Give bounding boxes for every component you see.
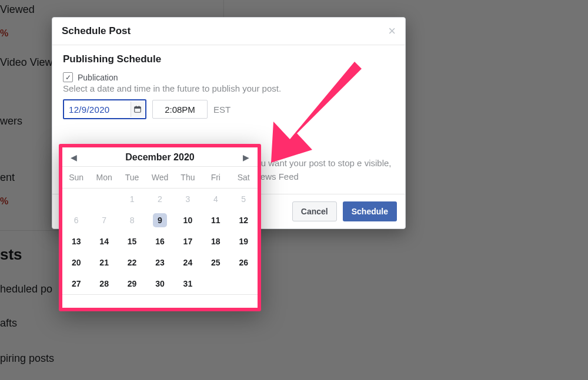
calendar-day[interactable]: 13 — [62, 231, 90, 252]
calendar-grid: SunMonTueWedThuFriSat 123456789101112131… — [62, 166, 258, 295]
calendar-day[interactable]: 17 — [174, 231, 202, 252]
timezone-label: EST — [213, 105, 230, 115]
calendar-header: ◀ December 2020 ▶ — [62, 147, 258, 166]
day-of-week-row: SunMonTueWedThuFriSat — [62, 167, 258, 189]
calendar-day[interactable]: 7 — [90, 210, 118, 231]
next-month-icon[interactable]: ▶ — [239, 153, 253, 162]
calendar-day — [202, 273, 229, 294]
calendar-day[interactable]: 4 — [202, 189, 229, 210]
schedule-button[interactable]: Schedule — [343, 201, 397, 221]
calendar-day[interactable]: 21 — [90, 252, 118, 273]
calendar-day[interactable]: 18 — [202, 231, 229, 252]
calendar-title: December 2020 — [125, 152, 194, 163]
calendar-day[interactable]: 3 — [174, 189, 202, 210]
calendar-day[interactable]: 12 — [230, 210, 258, 231]
calendar-day-selected[interactable]: 9 — [146, 210, 173, 231]
calendar-day[interactable]: 5 — [230, 189, 258, 210]
dow-cell: Mon — [90, 167, 118, 189]
calendar-day[interactable]: 26 — [230, 252, 258, 273]
calendar-day[interactable]: 2 — [146, 189, 173, 210]
close-icon[interactable]: × — [388, 25, 396, 38]
helper-text: Select a date and time in the future to … — [63, 83, 395, 93]
calendar-popover: ◀ December 2020 ▶ SunMonTueWedThuFriSat … — [59, 144, 261, 311]
publication-checkbox-row: ✓ Publication — [63, 72, 395, 82]
datetime-row: 12/9/2020 2:08PM EST — [63, 99, 395, 119]
calendar-footer-spacer — [62, 295, 258, 308]
dow-cell: Sun — [62, 167, 90, 189]
calendar-day[interactable]: 1 — [118, 189, 146, 210]
calendar-week-row: 12345 — [62, 189, 258, 210]
calendar-day[interactable]: 15 — [118, 231, 146, 252]
stop-distribution-text: en you want your post to stop e visible,… — [239, 157, 392, 183]
section-title-publishing: Publishing Schedule — [63, 53, 395, 65]
calendar-week-row: 2728293031 — [62, 273, 258, 294]
calendar-day[interactable]: 22 — [118, 252, 146, 273]
calendar-day[interactable]: 16 — [146, 231, 173, 252]
calendar-trigger[interactable] — [131, 102, 144, 117]
calendar-day[interactable]: 8 — [118, 210, 146, 231]
calendar-day — [90, 189, 118, 210]
schedule-button-label: Schedule — [352, 207, 388, 216]
calendar-weeks: 1234567891011121314151617181920212223242… — [62, 189, 258, 294]
calendar-day[interactable]: 25 — [202, 252, 229, 273]
calendar-icon — [133, 105, 142, 113]
calendar-week-row: 20212223242526 — [62, 252, 258, 273]
calendar-day[interactable]: 30 — [146, 273, 173, 294]
prev-month-icon[interactable]: ◀ — [67, 153, 81, 162]
calendar-day[interactable]: 23 — [146, 252, 173, 273]
dow-cell: Thu — [174, 167, 202, 189]
publication-checkbox-label: Publication — [78, 73, 118, 82]
calendar-day[interactable]: 10 — [174, 210, 202, 231]
calendar-day[interactable]: 24 — [174, 252, 202, 273]
calendar-day[interactable]: 29 — [118, 273, 146, 294]
publication-checkbox[interactable]: ✓ — [63, 72, 73, 82]
calendar-day[interactable]: 20 — [62, 252, 90, 273]
calendar-week-row: 13141516171819 — [62, 231, 258, 252]
time-value: 2:08PM — [165, 105, 195, 115]
cancel-button[interactable]: Cancel — [292, 201, 337, 221]
date-input[interactable]: 12/9/2020 — [63, 99, 146, 119]
calendar-day[interactable]: 11 — [202, 210, 229, 231]
calendar-week-row: 6789101112 — [62, 210, 258, 231]
dow-cell: Sat — [230, 167, 258, 189]
calendar-day — [230, 273, 258, 294]
svg-rect-1 — [135, 107, 141, 109]
dow-cell: Fri — [202, 167, 229, 189]
calendar-day[interactable]: 6 — [62, 210, 90, 231]
date-value: 12/9/2020 — [69, 105, 109, 115]
check-icon: ✓ — [65, 74, 71, 81]
calendar-day[interactable]: 28 — [90, 273, 118, 294]
calendar-day[interactable]: 19 — [230, 231, 258, 252]
dow-cell: Wed — [146, 167, 173, 189]
calendar-day — [62, 189, 90, 210]
svg-rect-3 — [139, 106, 139, 107]
dow-cell: Tue — [118, 167, 146, 189]
modal-title: Schedule Post — [62, 25, 131, 37]
time-input[interactable]: 2:08PM — [152, 100, 208, 119]
svg-rect-2 — [136, 106, 136, 107]
calendar-day[interactable]: 27 — [62, 273, 90, 294]
calendar-day[interactable]: 31 — [174, 273, 202, 294]
cancel-button-label: Cancel — [301, 207, 328, 216]
modal-header: Schedule Post × — [52, 18, 405, 45]
calendar-day[interactable]: 14 — [90, 231, 118, 252]
